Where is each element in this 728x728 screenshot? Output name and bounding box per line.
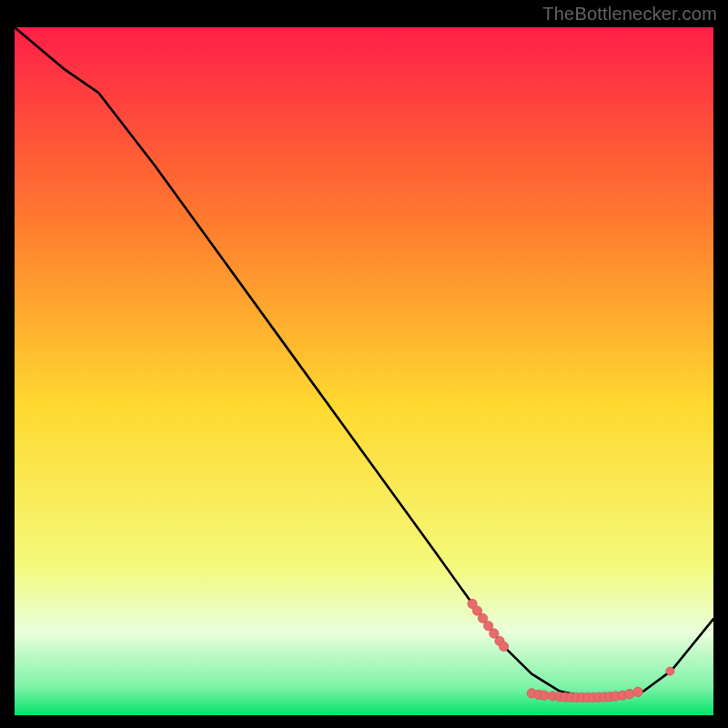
attribution-label: TheBottlenecker.com <box>542 4 717 25</box>
data-marker <box>540 691 549 700</box>
chart-root: TheBottlenecker.com <box>0 0 728 728</box>
marker-outlier <box>666 667 674 675</box>
data-marker <box>666 667 674 675</box>
data-marker <box>499 642 508 651</box>
data-marker <box>633 687 642 696</box>
gradient-bg <box>15 27 713 715</box>
chart-svg <box>15 27 713 715</box>
plot-frame <box>15 27 713 715</box>
data-marker <box>625 689 634 698</box>
